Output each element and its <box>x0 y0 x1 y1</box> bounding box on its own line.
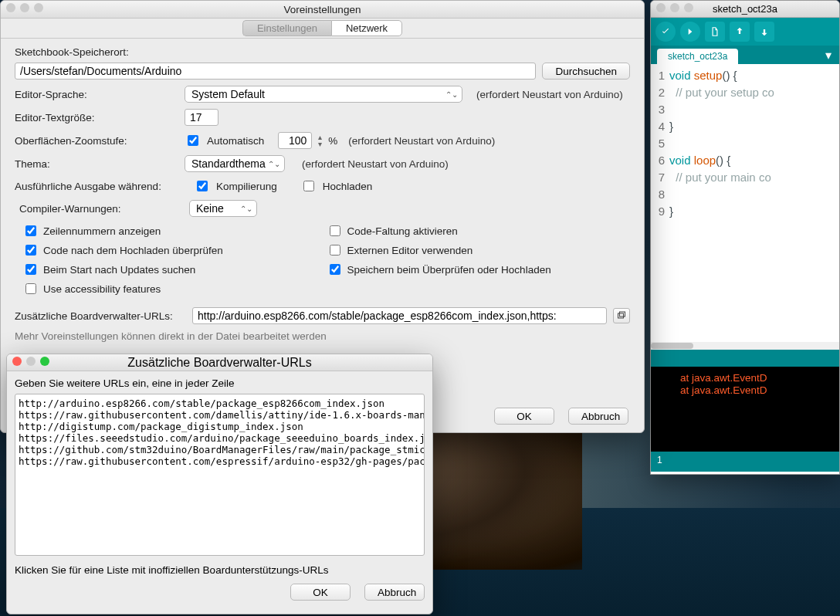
accessibility-checkbox[interactable] <box>25 283 36 294</box>
board-urls-label: Zusätzliche Boardverwalter-URLs: <box>15 310 186 322</box>
browse-button[interactable]: Durchsuchen <box>542 63 630 80</box>
verbose-upload-checkbox[interactable] <box>303 181 314 191</box>
edit-urls-button[interactable] <box>613 308 630 323</box>
external-editor-label: Externen Editor verwenden <box>347 245 473 256</box>
verbose-label: Ausführliche Ausgabe während: <box>15 181 188 192</box>
codefold-checkbox[interactable] <box>330 225 340 236</box>
ide-console[interactable]: at java.awt.EventD at java.awt.EventD <box>651 367 839 452</box>
verify-checkbox[interactable] <box>25 245 36 256</box>
urls-cancel-button[interactable]: Abbruch <box>364 584 425 601</box>
theme-select[interactable]: Standardthema <box>185 155 285 172</box>
minimize-icon[interactable] <box>26 357 36 366</box>
zoom-label: Oberflächen-Zoomstufe: <box>15 135 178 147</box>
urls-intro: Geben Sie weitere URLs ein, eine in jede… <box>15 377 425 389</box>
svg-rect-0 <box>618 313 624 318</box>
theme-label: Thema: <box>15 158 178 170</box>
verify-button[interactable] <box>655 22 676 42</box>
open-button[interactable] <box>730 22 750 42</box>
ide-toolbar <box>651 18 839 46</box>
zoom-stepper-icon[interactable]: ▴▾ <box>318 134 322 147</box>
verify-label: Code nach dem Hochladen überprüfen <box>43 245 223 256</box>
ide-title: sketch_oct23a <box>713 3 777 15</box>
theme-note: (erfordert Neustart von Arduino) <box>302 158 449 170</box>
ide-status-band <box>651 350 839 367</box>
window-icon <box>617 311 626 320</box>
language-note: (erfordert Neustart von Arduino) <box>476 89 623 100</box>
zoom-auto-label: Automatisch <box>207 135 264 147</box>
urls-hint[interactable]: Klicken Sie für eine Liste mit inoffizie… <box>15 564 425 576</box>
verbose-compile-checkbox[interactable] <box>197 181 208 191</box>
warnings-label: Compiler-Warnungen: <box>15 203 183 215</box>
prefs-cancel-button[interactable]: Abbruch <box>568 408 628 425</box>
zoom-pct: % <box>328 135 337 147</box>
ide-titlebar[interactable]: sketch_oct23a <box>651 1 839 18</box>
new-button[interactable] <box>705 22 725 42</box>
codefold-label: Code-Faltung aktivieren <box>347 225 458 237</box>
code-area[interactable]: void setup() { // put your setup co } vo… <box>669 67 774 220</box>
linenum-label: Zeilennummern anzeigen <box>43 225 161 237</box>
zoom-auto-checkbox[interactable] <box>188 135 198 146</box>
ide-traffic-lights[interactable] <box>656 3 693 12</box>
tab-sketch[interactable]: sketch_oct23a <box>657 49 738 64</box>
tab-network[interactable]: Netzwerk <box>331 20 402 36</box>
ide-editor[interactable]: 123 456 789 void setup() { // put your s… <box>651 64 839 350</box>
language-label: Editor-Sprache: <box>15 89 178 100</box>
more-prefs-hint: Mehr Voreinstellungen können direkt in d… <box>15 330 630 342</box>
tab-settings[interactable]: Einstellungen <box>242 20 331 36</box>
arduino-ide-window: sketch_oct23a sketch_oct23a ▾ 123 456 78… <box>650 0 840 475</box>
save-on-verify-checkbox[interactable] <box>330 264 340 275</box>
prefs-titlebar[interactable]: Voreinstellungen <box>1 1 644 19</box>
gutter: 123 456 789 <box>651 67 666 220</box>
updates-label: Beim Start nach Updates suchen <box>43 264 195 276</box>
verbose-upload-label: Hochladen <box>323 181 373 192</box>
sketchbook-path-input[interactable] <box>15 63 536 80</box>
ide-footer: 1 <box>651 452 839 472</box>
zoom-note: (erfordert Neustart von Arduino) <box>348 135 495 147</box>
urls-traffic-lights[interactable] <box>12 357 49 366</box>
prefs-title: Voreinstellungen <box>284 4 361 15</box>
ide-tabstrip: sketch_oct23a ▾ <box>651 46 839 64</box>
warnings-select[interactable]: Keine <box>189 200 257 217</box>
urls-ok-button[interactable]: OK <box>290 584 351 601</box>
prefs-traffic-lights[interactable] <box>6 3 43 12</box>
prefs-ok-button[interactable]: OK <box>494 408 554 425</box>
save-button[interactable] <box>754 22 774 42</box>
urls-textarea[interactable]: http://arduino.esp8266.com/stable/packag… <box>15 394 425 556</box>
zoom-icon[interactable] <box>40 357 49 366</box>
updates-checkbox[interactable] <box>25 264 36 275</box>
zoom-value-input[interactable] <box>278 132 312 149</box>
board-urls-input[interactable] <box>192 307 607 324</box>
linenum-checkbox[interactable] <box>25 225 36 236</box>
urls-titlebar[interactable]: Zusätzliche Boardverwalter-URLs <box>7 354 432 371</box>
fontsize-label: Editor-Textgröße: <box>15 112 178 124</box>
language-select[interactable]: System Default <box>185 86 462 103</box>
tab-dropdown-icon[interactable]: ▾ <box>822 46 835 64</box>
close-icon[interactable] <box>12 357 22 366</box>
prefs-tabstrip: Einstellungen Netzwerk <box>1 19 644 39</box>
editor-hscroll[interactable] <box>651 342 839 350</box>
urls-title: Zusätzliche Boardverwalter-URLs <box>127 356 311 370</box>
accessibility-label: Use accessibility features <box>43 283 161 295</box>
save-on-verify-label: Speichern beim Überprüfen oder Hochladen <box>347 264 551 276</box>
svg-rect-1 <box>620 312 625 316</box>
verbose-compile-label: Kompilierung <box>216 181 277 192</box>
external-editor-checkbox[interactable] <box>330 245 340 256</box>
board-urls-dialog: Zusätzliche Boardverwalter-URLs Geben Si… <box>6 354 433 614</box>
sketchbook-label: Sketchbook-Speicherort: <box>15 46 630 58</box>
upload-button[interactable] <box>680 22 700 42</box>
fontsize-input[interactable] <box>185 109 218 126</box>
